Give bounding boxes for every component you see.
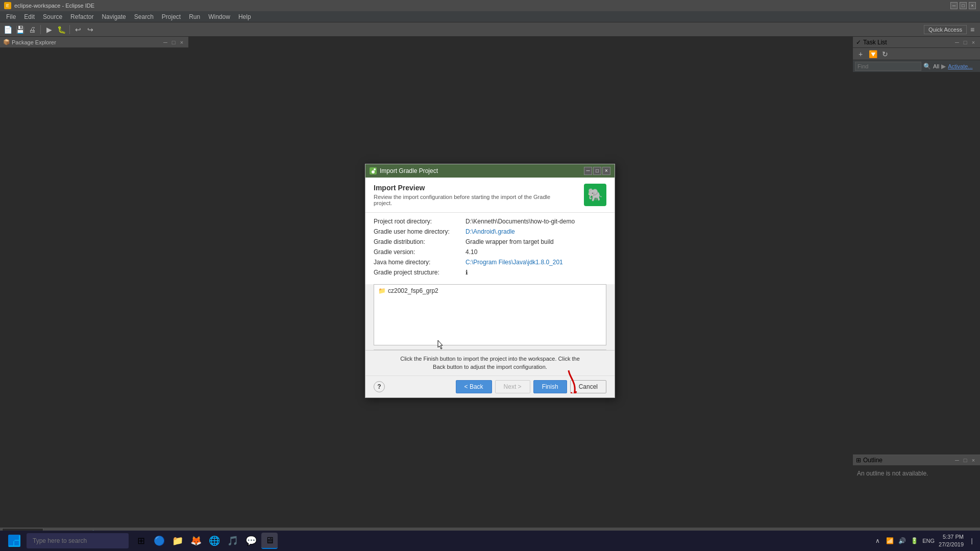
outline-header: ⊞ Outline ─ □ ×	[853, 455, 980, 466]
menu-help[interactable]: Help	[234, 12, 255, 21]
next-button[interactable]: Next >	[495, 380, 530, 393]
dialog-header-text: Import Preview Review the import configu…	[374, 184, 557, 206]
project-tree[interactable]: 📁 cz2002_fsp6_grp2	[374, 284, 606, 345]
dialog-description: Review the import configuration before s…	[374, 194, 557, 206]
task-list-close[interactable]: ×	[970, 39, 977, 46]
toolbar-separator-2	[69, 25, 70, 34]
task-list-maximize[interactable]: □	[962, 39, 969, 46]
package-explorer-label: Package Explorer	[12, 39, 56, 45]
field-value-java-home: C:\Program Files\Java\jdk1.8.0_201	[465, 259, 606, 266]
outline-content: An outline is not available.	[853, 466, 980, 527]
cancel-button[interactable]: Cancel	[570, 380, 606, 393]
back-button[interactable]: < Back	[456, 380, 492, 393]
save-button[interactable]: 💾	[14, 24, 26, 35]
toolbar-right: Quick Access ≡	[924, 24, 978, 35]
windows-logo	[8, 535, 20, 547]
dialog-close-button[interactable]: ×	[602, 167, 610, 175]
task-all-button[interactable]: All	[933, 63, 939, 69]
window-controls: ─ □ ×	[950, 2, 976, 9]
print-button[interactable]: 🖨	[27, 24, 38, 35]
start-button[interactable]	[4, 532, 24, 550]
debug-button[interactable]: 🐛	[56, 24, 67, 35]
task-new-button[interactable]: +	[855, 48, 866, 60]
dialog-maximize-button[interactable]: □	[593, 167, 601, 175]
taskbar-app-spotify[interactable]: 🎵	[225, 533, 241, 549]
show-desktop-button[interactable]: |	[968, 537, 976, 545]
tree-item-project: 📁 cz2002_fsp6_grp2	[376, 287, 604, 295]
field-value-project-root: D:\Kenneth\Documents\how-to-git-demo	[465, 218, 606, 225]
run-button[interactable]: ▶	[43, 24, 55, 35]
systray-chevron[interactable]: ∧	[873, 537, 881, 545]
finish-button[interactable]: Finish	[533, 380, 567, 393]
taskbar-app-eclipse[interactable]: 🖥	[261, 533, 278, 549]
taskbar: ⊞ 🔵 📁 🦊 🌐 🎵 💬 🖥 ∧ 📶 🔊 🔋 ENG 5:37 PM 27/2…	[0, 531, 980, 551]
close-view-button[interactable]: ×	[178, 39, 185, 46]
task-find-icon: 🔍	[923, 63, 931, 70]
systray-battery[interactable]: 🔋	[910, 537, 918, 545]
help-button[interactable]: ?	[374, 381, 385, 392]
maximize-button[interactable]: □	[960, 2, 967, 9]
outline-maximize[interactable]: □	[962, 457, 969, 464]
taskbar-app-chrome[interactable]: 🌐	[206, 533, 223, 549]
minimize-button[interactable]: ─	[950, 2, 958, 9]
close-button[interactable]: ×	[969, 2, 976, 9]
taskbar-app-firefox[interactable]: 🦊	[188, 533, 204, 549]
menu-source[interactable]: Source	[39, 12, 66, 21]
taskbar-app-taskview[interactable]: ⊞	[133, 533, 149, 549]
svg-point-1	[374, 168, 376, 170]
toolbar-menu-button[interactable]: ≡	[967, 24, 978, 35]
outline-message: An outline is not available.	[857, 470, 928, 477]
task-activate-link[interactable]: Activate...	[948, 63, 972, 69]
title-bar: E eclipse-workspace - Eclipse IDE ─ □ ×	[0, 0, 980, 11]
menu-edit[interactable]: Edit	[20, 12, 39, 21]
undo-button[interactable]: ↩	[72, 24, 84, 35]
info-icon: ℹ	[465, 269, 606, 276]
task-filter-button[interactable]: 🔽	[867, 48, 878, 60]
right-panel: ✓ Task List ─ □ × + 🔽 ↻ 🔍 All ▶ Activate…	[852, 37, 980, 527]
taskbar-app-edge[interactable]: 🔵	[151, 533, 167, 549]
menu-search[interactable]: Search	[130, 12, 158, 21]
taskbar-app-skype[interactable]: 💬	[243, 533, 259, 549]
menu-file[interactable]: File	[2, 12, 20, 21]
package-explorer-tab: 📦 Package Explorer	[3, 39, 56, 45]
task-list-header: ✓ Task List ─ □ ×	[853, 37, 980, 48]
outline-close[interactable]: ×	[970, 457, 977, 464]
field-java-home: Java home directory: C:\Program Files\Ja…	[374, 259, 606, 266]
dialog-title-text: Import Gradle Project	[380, 167, 438, 174]
task-list-minimize[interactable]: ─	[953, 39, 961, 46]
task-refresh-button[interactable]: ↻	[879, 48, 891, 60]
field-label-gradle-version: Gradle version:	[374, 248, 465, 256]
field-label-java-home: Java home directory:	[374, 259, 465, 266]
field-value-gradle-home: D:\Android\.gradle	[465, 228, 606, 235]
systray-volume[interactable]: 🔊	[898, 537, 906, 545]
new-button[interactable]: 📄	[2, 24, 13, 35]
menu-window[interactable]: Window	[204, 12, 234, 21]
taskbar-search-input[interactable]	[27, 533, 129, 548]
quick-access-button[interactable]: Quick Access	[924, 25, 967, 34]
taskbar-app-explorer[interactable]: 📁	[169, 533, 186, 549]
field-label-gradle-home: Gradle user home directory:	[374, 228, 465, 235]
menu-project[interactable]: Project	[158, 12, 185, 21]
field-gradle-home: Gradle user home directory: D:\Android\.…	[374, 228, 606, 235]
redo-button[interactable]: ↪	[85, 24, 96, 35]
outline-minimize[interactable]: ─	[953, 457, 961, 464]
dialog-header-section: Import Preview Review the import configu…	[365, 178, 615, 213]
package-explorer-controls: ─ □ ×	[162, 39, 185, 46]
task-list-controls: ─ □ ×	[953, 39, 977, 46]
menu-navigate[interactable]: Navigate	[97, 12, 130, 21]
toolbar: 📄 💾 🖨 ▶ 🐛 ↩ ↪ Quick Access ≡	[0, 22, 980, 37]
systray-network[interactable]: 📶	[886, 537, 894, 545]
menu-refactor[interactable]: Refactor	[66, 12, 97, 21]
taskbar-language[interactable]: ENG	[922, 538, 935, 544]
maximize-view-button[interactable]: □	[170, 39, 177, 46]
svg-rect-5	[14, 541, 19, 545]
import-gradle-dialog: Import Gradle Project ─ □ × Import Previ…	[365, 164, 615, 398]
dialog-minimize-button[interactable]: ─	[584, 167, 592, 175]
taskbar-clock[interactable]: 5:37 PM 27/2/2019	[939, 533, 964, 549]
task-find-input[interactable]	[855, 62, 921, 71]
minimize-view-button[interactable]: ─	[162, 39, 169, 46]
tree-item-label: cz2002_fsp6_grp2	[388, 287, 438, 294]
package-explorer-content	[0, 48, 188, 527]
package-explorer-icon: 📦	[3, 39, 10, 45]
menu-run[interactable]: Run	[185, 12, 204, 21]
